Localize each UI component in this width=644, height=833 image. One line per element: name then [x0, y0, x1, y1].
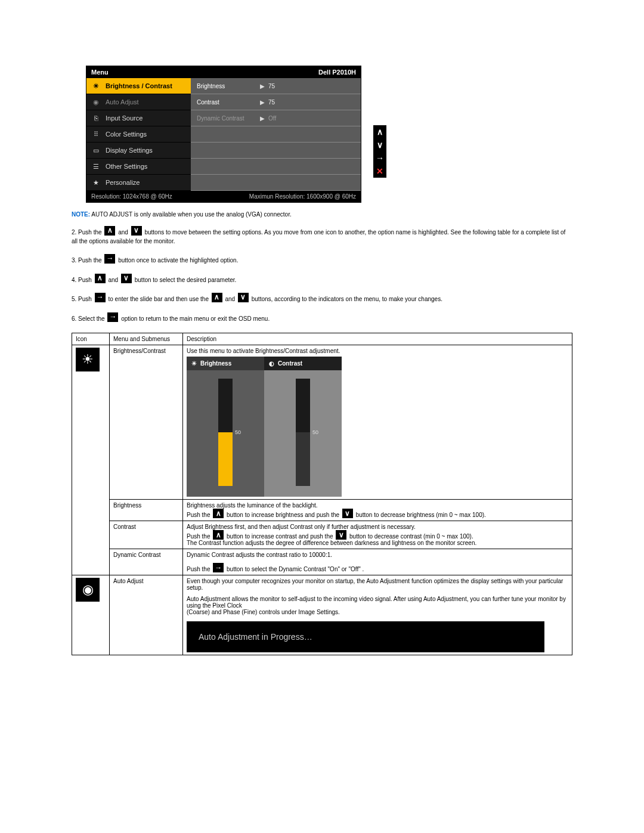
osd-model: Dell P2010H: [318, 69, 356, 76]
input-source-icon: [91, 114, 101, 122]
menu-item-personalize: Personalize: [86, 175, 191, 191]
row-contrast-name: Contrast: [110, 521, 183, 549]
step-2: 2. Push the ∧ and ∨ buttons to move betw…: [72, 226, 572, 246]
contrast-icon: [269, 360, 274, 367]
menu-item-input-source: Input Source: [86, 110, 191, 126]
osd-row-dynamic-contrast: Dynamic Contrast ▶ Off: [191, 110, 361, 126]
th-icon: Icon: [72, 333, 110, 345]
enter-button-icon: →: [373, 151, 386, 165]
row-auto-desc: Even though your computer recognizes you…: [183, 575, 572, 655]
down-button-icon: ∨: [373, 138, 386, 151]
row-brightness-name: Brightness: [110, 500, 183, 521]
enter-icon: →: [213, 563, 224, 572]
brightness-big-icon: [76, 348, 100, 371]
color-settings-icon: [91, 131, 101, 138]
note-text: AUTO ADJUST is only available when you u…: [91, 211, 291, 218]
brightness-icon: [91, 82, 101, 90]
note-line: NOTE: AUTO ADJUST is only available when…: [72, 211, 572, 218]
menu-item-color-settings: Color Settings: [86, 126, 191, 143]
auto-adjust-icon: [91, 98, 101, 106]
menu-item-other-settings: Other Settings: [86, 159, 191, 175]
down-icon: ∨: [131, 226, 142, 236]
auto-adjust-progress: Auto Adjustment in Progress…: [187, 621, 544, 652]
down-icon: ∨: [121, 274, 132, 283]
menu-item-auto-adjust: Auto Adjust: [86, 94, 191, 110]
menu-item-display-settings: Display Settings: [86, 143, 191, 159]
up-button-icon: ∧: [373, 125, 386, 138]
exit-button-icon: ✕: [373, 165, 386, 178]
osd-title: Menu: [91, 69, 109, 76]
arrow-right-icon: ▶: [256, 99, 268, 106]
osd-resolution-max: Maximun Resolution: 1600x900 @ 60Hz: [249, 193, 356, 200]
down-icon: ∨: [342, 509, 353, 518]
icon-cell-brightness: [72, 345, 110, 575]
osd-resolution-current: Resolution: 1024x768 @ 60Hz: [91, 193, 172, 200]
arrow-right-icon: ▶: [256, 83, 268, 89]
note-label: NOTE:: [72, 211, 90, 218]
row-contrast-desc: Adjust Brightness first, and then adjust…: [183, 521, 572, 549]
osd-options-table: Icon Menu and Submenus Description Brigh…: [72, 333, 572, 655]
display-settings-icon: [91, 147, 101, 154]
menu-item-brightness-contrast: Brightness / Contrast: [86, 78, 191, 94]
enter-icon: →: [95, 293, 106, 302]
contrast-bar: 50: [296, 379, 310, 486]
up-icon: ∧: [213, 509, 224, 518]
arrow-right-icon: ▶: [256, 115, 268, 122]
row-brightness-desc: Brightness adjusts the luminance of the …: [183, 500, 572, 521]
personalize-icon: [91, 179, 101, 187]
up-icon: ∧: [104, 226, 115, 236]
osd-side-buttons: ∧ ∨ → ✕: [373, 125, 386, 178]
step-4: 4. Push ∧ and ∨ button to select the des…: [72, 274, 572, 285]
row-bc-desc: Use this menu to activate Brightness/Con…: [183, 345, 572, 500]
step-3: 3. Push the → button once to activate th…: [72, 254, 572, 265]
step-6: 6. Select the → option to return to the …: [72, 312, 572, 324]
icon-cell-autoadjust: [72, 575, 110, 655]
row-auto-name: Auto Adjust: [110, 575, 183, 655]
row-bc-name: Brightness/Contrast: [110, 345, 183, 500]
brightness-icon: [191, 360, 197, 367]
up-icon: ∧: [212, 293, 222, 302]
bc-panel: Brightness Contrast 50: [187, 357, 342, 497]
osd-row-brightness: Brightness ▶ 75: [191, 78, 361, 94]
row-dyn-name: Dynamic Contrast: [110, 549, 183, 575]
down-icon: ∨: [238, 293, 249, 302]
up-icon: ∧: [213, 530, 224, 540]
osd-row-contrast: Contrast ▶ 75: [191, 94, 361, 110]
up-icon: ∧: [95, 274, 106, 283]
brightness-bar: 50: [218, 379, 233, 486]
row-dyn-desc: Dynamic Contrast adjusts the contrast ra…: [183, 549, 572, 575]
th-desc: Description: [183, 333, 572, 345]
osd-menu-screenshot: Menu Dell P2010H Brightness / Contrast A…: [86, 66, 361, 203]
down-icon: ∨: [336, 530, 346, 540]
step-5: 5. Push → to enter the slide bar and the…: [72, 293, 572, 304]
th-menu: Menu and Submenus: [110, 333, 183, 345]
enter-icon: →: [107, 312, 118, 322]
enter-icon: →: [104, 254, 115, 264]
other-settings-icon: [91, 163, 101, 171]
auto-adjust-big-icon: [76, 578, 100, 602]
